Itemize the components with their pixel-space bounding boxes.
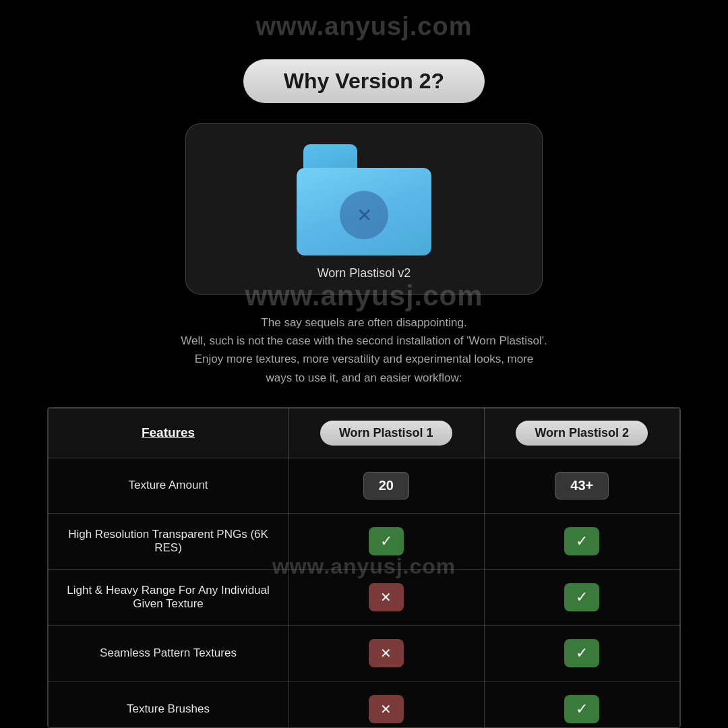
desc-line2: Well, such is not the case with the seco… xyxy=(181,334,547,347)
description: The say sequels are often disappointing.… xyxy=(181,313,547,387)
comparison-table: Features Worn Plastisol 1 Worn Plastisol… xyxy=(48,408,680,728)
col2-pill: Worn Plastisol 2 xyxy=(516,421,648,446)
title-pill: Why Version 2? xyxy=(243,59,485,103)
number-badge: 20 xyxy=(363,472,409,499)
folder-icon xyxy=(297,144,431,255)
col2-cell-3: ✓ xyxy=(484,625,679,681)
feature-cell-1: High Resolution Transparent PNGs (6K RES… xyxy=(49,513,289,569)
cross-icon: ✕ xyxy=(369,639,404,667)
col-features-header: Features xyxy=(49,408,289,458)
table-row: Texture Amount2043+ xyxy=(49,458,680,513)
col1-pill: Worn Plastisol 1 xyxy=(320,421,452,446)
check-icon: ✓ xyxy=(564,639,599,667)
folder-card: Worn Plastisol v2 xyxy=(185,123,543,295)
check-icon: ✓ xyxy=(369,527,404,555)
desc-line1: The say sequels are often disappointing. xyxy=(261,316,466,329)
check-icon: ✓ xyxy=(564,583,599,611)
check-icon: ✓ xyxy=(564,695,599,723)
page-wrapper: Why Version 2? Worn Plastisol v2 The say… xyxy=(0,0,728,728)
col1-cell-4: ✕ xyxy=(289,681,484,728)
check-icon: ✓ xyxy=(564,527,599,555)
page-title: Why Version 2? xyxy=(284,69,444,93)
col1-header: Worn Plastisol 1 xyxy=(289,408,484,458)
comparison-table-wrapper: Features Worn Plastisol 1 Worn Plastisol… xyxy=(47,407,681,728)
col2-cell-0: 43+ xyxy=(484,458,679,513)
table-row: Seamless Pattern Textures✕✓ xyxy=(49,625,680,681)
col1-cell-0: 20 xyxy=(289,458,484,513)
col2-cell-2: ✓ xyxy=(484,569,679,625)
col1-cell-1: ✓ xyxy=(289,513,484,569)
feature-cell-2: Light & Heavy Range For Any Individual G… xyxy=(49,569,289,625)
cross-icon: ✕ xyxy=(369,695,404,723)
folder-tab xyxy=(303,144,357,171)
desc-line4: ways to use it, and an easier workflow: xyxy=(266,371,462,384)
table-row: Light & Heavy Range For Any Individual G… xyxy=(49,569,680,625)
table-header-row: Features Worn Plastisol 1 Worn Plastisol… xyxy=(49,408,680,458)
col1-cell-2: ✕ xyxy=(289,569,484,625)
table-row: High Resolution Transparent PNGs (6K RES… xyxy=(49,513,680,569)
col2-cell-4: ✓ xyxy=(484,681,679,728)
table-row: Texture Brushes✕✓ xyxy=(49,681,680,728)
folder-label: Worn Plastisol v2 xyxy=(317,266,411,280)
feature-cell-0: Texture Amount xyxy=(49,458,289,513)
feature-cell-4: Texture Brushes xyxy=(49,681,289,728)
folder-logo xyxy=(340,191,388,239)
desc-line3: Enjoy more textures, more versatility an… xyxy=(195,353,534,365)
feature-cell-3: Seamless Pattern Textures xyxy=(49,625,289,681)
col2-cell-1: ✓ xyxy=(484,513,679,569)
table-body: Texture Amount2043+High Resolution Trans… xyxy=(49,458,680,728)
number-badge: 43+ xyxy=(555,472,609,499)
col1-cell-3: ✕ xyxy=(289,625,484,681)
folder-icon-inner xyxy=(337,188,391,242)
folder-body xyxy=(297,168,431,255)
cross-icon: ✕ xyxy=(369,583,404,611)
col2-header: Worn Plastisol 2 xyxy=(484,408,679,458)
